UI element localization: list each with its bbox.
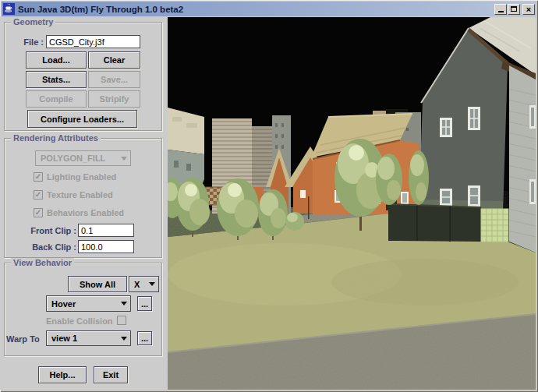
front-clip-label: Front Clip : bbox=[8, 226, 76, 235]
show-all-button[interactable]: Show All bbox=[68, 276, 127, 292]
minimize-icon bbox=[498, 11, 504, 12]
enable-collision-checkbox bbox=[117, 316, 126, 325]
minimize-button[interactable] bbox=[494, 4, 507, 15]
exit-button[interactable]: Exit bbox=[94, 366, 128, 383]
save-button: Save... bbox=[88, 71, 140, 88]
close-icon: × bbox=[526, 5, 531, 13]
enable-collision-label: Enable Collision bbox=[46, 316, 113, 326]
axis-combo[interactable]: X bbox=[129, 276, 159, 292]
file-label: File : bbox=[6, 37, 44, 47]
clear-button[interactable]: Clear bbox=[88, 51, 140, 69]
back-clip-input[interactable] bbox=[78, 240, 134, 253]
scene-viewport[interactable] bbox=[168, 17, 536, 390]
behaviors-checkbox: ✓ bbox=[34, 208, 43, 217]
close-button[interactable]: × bbox=[522, 4, 535, 15]
warp-to-combo[interactable]: view 1 bbox=[46, 330, 131, 346]
file-input[interactable] bbox=[46, 35, 140, 48]
axis-value: X bbox=[129, 280, 145, 289]
maximize-button[interactable] bbox=[508, 4, 520, 15]
chevron-down-icon bbox=[117, 337, 130, 341]
load-button[interactable]: Load... bbox=[26, 51, 87, 69]
warp-to-more-button[interactable]: ... bbox=[137, 331, 152, 345]
rendering-group-title: Rendering Attributes bbox=[11, 133, 101, 143]
texture-checkbox: ✓ bbox=[34, 190, 43, 200]
back-clip-label: Back Clip : bbox=[8, 242, 76, 252]
help-button[interactable]: Help... bbox=[38, 366, 87, 383]
polygon-mode-combo: POLYGON_FILL bbox=[35, 150, 131, 166]
front-clip-input[interactable] bbox=[78, 224, 134, 237]
app-window: Sun Java 3D(tm) Fly Through 1.0 beta2 × … bbox=[0, 0, 538, 392]
lighting-label: Lighting Enabled bbox=[47, 172, 116, 182]
view-behavior-group-title: View Behavior bbox=[11, 258, 74, 268]
behaviors-label: Behaviors Enabled bbox=[47, 208, 124, 217]
behavior-more-button[interactable]: ... bbox=[137, 296, 152, 311]
window-controls: × bbox=[494, 4, 535, 15]
chevron-down-icon bbox=[145, 282, 158, 286]
configure-loaders-button[interactable]: Configure Loaders... bbox=[27, 110, 137, 128]
compile-button: Compile bbox=[26, 90, 87, 108]
scene-3d-city[interactable] bbox=[168, 17, 536, 390]
chevron-down-icon bbox=[117, 157, 130, 161]
polygon-mode-value: POLYGON_FILL bbox=[36, 154, 117, 163]
window-title: Sun Java 3D(tm) Fly Through 1.0 beta2 bbox=[18, 5, 494, 14]
texture-label: Texture Enabled bbox=[47, 190, 113, 200]
warp-to-label: Warp To bbox=[6, 334, 40, 344]
stats-button[interactable]: Stats... bbox=[26, 71, 87, 88]
chevron-down-icon bbox=[117, 302, 130, 305]
geometry-group-title: Geometry bbox=[11, 17, 55, 27]
java-app-icon bbox=[3, 3, 15, 15]
lighting-checkbox: ✓ bbox=[34, 172, 43, 182]
stripify-button: Stripify bbox=[88, 90, 140, 108]
control-panel: Geometry File : Load... Clear Stats... S… bbox=[0, 16, 168, 390]
warp-to-value: view 1 bbox=[47, 334, 117, 343]
behavior-value: Hover bbox=[47, 299, 117, 309]
maximize-icon bbox=[511, 6, 517, 12]
title-bar[interactable]: Sun Java 3D(tm) Fly Through 1.0 beta2 × bbox=[2, 2, 536, 16]
behavior-combo[interactable]: Hover bbox=[46, 295, 131, 312]
